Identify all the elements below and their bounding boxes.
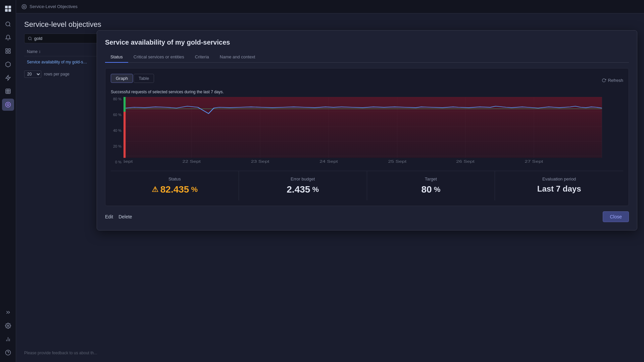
tab-name-context[interactable]: Name and context	[214, 52, 261, 63]
svg-point-17	[7, 104, 9, 106]
sidebar-icon-grid[interactable]	[2, 85, 14, 97]
sidebar-icon-slo[interactable]	[2, 99, 14, 111]
sidebar-bottom	[2, 306, 14, 359]
stat-target-label: Target	[374, 176, 488, 182]
tab-criteria[interactable]: Criteria	[190, 52, 214, 63]
y-label-80: 80 %	[111, 97, 121, 101]
error-budget-unit: %	[312, 185, 319, 194]
name-column-header: Name ↕	[27, 49, 41, 54]
delete-button[interactable]: Delete	[118, 213, 132, 220]
slo-row-item[interactable]: Service availability of my gold-servi...	[24, 58, 91, 66]
topbar-title: Service-Level Objectives	[30, 4, 78, 9]
app-logo	[3, 3, 13, 14]
search-input[interactable]	[34, 36, 98, 41]
chart-container: 80 % 60 % 40 % 20 % 0 %	[111, 97, 623, 171]
svg-point-26	[29, 37, 31, 40]
sidebar-icon-lightning[interactable]	[2, 72, 14, 84]
edit-button[interactable]: Edit	[105, 213, 113, 220]
error-budget-number: 2.435	[287, 184, 310, 195]
y-label-0: 0 %	[111, 160, 121, 164]
graph-header: Graph Table Refresh	[111, 74, 623, 87]
content-area: Service-level objectives Name ↕ Service …	[16, 13, 644, 362]
svg-text:22 Sept: 22 Sept	[182, 159, 201, 163]
stats-row: Status ⚠ 82.435% Error budget 2.435% T	[111, 171, 623, 200]
svg-rect-9	[8, 52, 10, 53]
status-number: 82.435	[160, 184, 189, 195]
svg-point-18	[7, 325, 9, 327]
sidebar-icon-expand[interactable]	[2, 306, 14, 318]
svg-rect-2	[5, 9, 8, 12]
refresh-button[interactable]: Refresh	[602, 78, 623, 83]
chart-y-labels: 80 % 60 % 40 % 20 % 0 %	[111, 97, 123, 164]
svg-rect-6	[6, 49, 7, 50]
svg-rect-3	[8, 9, 11, 12]
target-number: 80	[422, 184, 432, 195]
svg-text:23 Sept: 23 Sept	[251, 159, 269, 163]
sidebar-icon-package[interactable]	[2, 58, 14, 70]
svg-point-16	[5, 102, 10, 107]
sidebar	[0, 0, 16, 362]
y-label-20: 20 %	[111, 144, 121, 148]
stat-target: Target 80%	[367, 171, 495, 200]
graph-tab-table[interactable]: Table	[134, 74, 154, 83]
rows-per-page-select[interactable]: 20 50 100	[24, 70, 41, 78]
modal-tabs: Status Critical services or entities Cri…	[105, 52, 629, 63]
stat-status: Status ⚠ 82.435%	[111, 171, 239, 200]
svg-rect-42	[123, 97, 126, 112]
footer-left-actions: Edit Delete	[105, 213, 132, 220]
graph-tabs: Graph Table	[111, 74, 154, 83]
sidebar-icon-settings[interactable]	[2, 320, 14, 332]
sidebar-icon-help[interactable]	[2, 347, 14, 359]
stat-eval-period-label: Evaluation period	[502, 176, 616, 182]
graph-tab-graph[interactable]: Graph	[111, 74, 133, 83]
stat-evaluation-period: Evaluation period Last 7 days	[495, 171, 623, 200]
svg-rect-1	[8, 6, 11, 8]
tab-status[interactable]: Status	[105, 52, 128, 63]
sidebar-icon-chart[interactable]	[2, 333, 14, 345]
rows-per-page-label: rows per page	[44, 72, 69, 76]
y-label-40: 40 %	[111, 128, 121, 133]
topbar: Service-Level Objectives	[16, 0, 644, 13]
y-label-60: 60 %	[111, 113, 121, 117]
refresh-icon	[602, 78, 606, 83]
svg-text:25 Sept: 25 Sept	[388, 159, 406, 163]
svg-rect-0	[5, 6, 8, 8]
svg-point-25	[23, 6, 25, 7]
left-panel: Name ↕ Service availability of my gold-s…	[24, 34, 101, 78]
sidebar-icon-alerts[interactable]	[2, 32, 14, 44]
page-title: Service-level objectives	[24, 20, 636, 29]
status-unit: %	[191, 185, 198, 194]
svg-rect-7	[8, 49, 10, 50]
sidebar-icon-search[interactable]	[2, 18, 14, 30]
tab-critical-services[interactable]: Critical services or entities	[128, 52, 190, 63]
topbar-slo-icon	[21, 4, 27, 9]
svg-rect-11	[6, 89, 10, 94]
close-button[interactable]: Close	[603, 211, 629, 222]
svg-line-5	[9, 25, 10, 26]
feedback-text: Please provide feedback to us about th..…	[24, 351, 97, 355]
eval-period-text: Last 7 days	[537, 184, 581, 194]
stat-error-budget: Error budget 2.435%	[239, 171, 367, 200]
search-container	[24, 34, 101, 43]
svg-text:26 Sept: 26 Sept	[456, 159, 475, 163]
svg-rect-41	[123, 97, 602, 158]
svg-line-27	[31, 39, 32, 40]
slo-detail-modal: Service availability of my gold-services…	[97, 30, 637, 230]
modal-footer: Edit Delete Close	[105, 211, 629, 222]
graph-panel: Graph Table Refresh Successful requests …	[105, 68, 629, 206]
refresh-label: Refresh	[608, 78, 623, 83]
svg-point-4	[6, 22, 10, 26]
main-area: Service-Level Objectives Service-level o…	[16, 0, 644, 362]
graph-subtitle: Successful requests of selected services…	[111, 90, 623, 94]
table-header: Name ↕	[24, 47, 101, 56]
search-icon	[28, 36, 32, 41]
svg-point-24	[22, 4, 26, 9]
pagination: 20 50 100 rows per page	[24, 70, 101, 78]
sidebar-icon-apps[interactable]	[2, 45, 14, 57]
svg-rect-43	[123, 112, 126, 158]
target-unit: %	[434, 185, 441, 194]
stat-eval-period-value: Last 7 days	[502, 184, 616, 194]
warning-icon: ⚠	[152, 185, 158, 194]
stat-status-value: ⚠ 82.435%	[117, 184, 232, 195]
stat-status-label: Status	[117, 176, 232, 182]
